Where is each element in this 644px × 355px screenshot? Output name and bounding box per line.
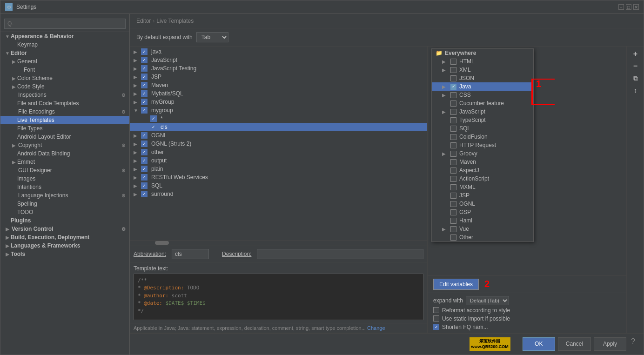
sidebar-item-inspections[interactable]: Inspections ⚙ bbox=[0, 91, 129, 99]
shorten-fq-checkbox[interactable]: ✓ bbox=[433, 324, 439, 330]
dropdown-html[interactable]: ▶ HTML bbox=[432, 57, 533, 66]
static-import-checkbox[interactable] bbox=[433, 315, 439, 322]
checkbox[interactable] bbox=[450, 67, 456, 73]
sidebar-item-keymap[interactable]: Keymap bbox=[0, 40, 129, 49]
sidebar-item-editor[interactable]: ▼ Editor bbox=[0, 49, 129, 57]
checkbox[interactable] bbox=[450, 100, 456, 107]
move-button[interactable]: ↕ bbox=[630, 85, 641, 96]
checkbox[interactable]: ✓ bbox=[141, 166, 148, 172]
sidebar-item-intentions[interactable]: Intentions bbox=[0, 183, 129, 191]
dropdown-vue[interactable]: ▶ Vue bbox=[432, 225, 533, 233]
dropdown-jsp-dd[interactable]: JSP bbox=[432, 191, 533, 200]
sidebar-item-guidesigner[interactable]: GUI Designer ⚙ bbox=[0, 166, 129, 174]
checkbox[interactable]: ✓ bbox=[141, 90, 148, 97]
edit-variables-button[interactable]: Edit variables bbox=[433, 279, 479, 290]
checkbox[interactable]: ✓ bbox=[141, 107, 148, 114]
dropdown-javascript-dd[interactable]: ▶ JavaScript bbox=[432, 107, 533, 116]
checkbox[interactable] bbox=[450, 234, 456, 241]
sidebar-item-buildexecution[interactable]: ▶ Build, Execution, Deployment bbox=[0, 233, 129, 241]
ok-button[interactable]: OK bbox=[523, 337, 555, 351]
close-button[interactable]: ✕ bbox=[633, 4, 639, 10]
cancel-button[interactable]: Cancel bbox=[558, 337, 591, 351]
checkbox[interactable] bbox=[450, 126, 456, 132]
sidebar-item-appearance[interactable]: ▼ Appearance & Behavior bbox=[0, 32, 129, 40]
sidebar-item-tools[interactable]: ▶ Tools bbox=[0, 250, 129, 258]
tree-item-surround[interactable]: ▶ ✓ surround bbox=[130, 190, 427, 198]
checkbox[interactable]: ✓ bbox=[141, 57, 148, 63]
dropdown-ognl-dd[interactable]: OGNL bbox=[432, 200, 533, 208]
dropdown-other-dd[interactable]: Other bbox=[432, 233, 533, 241]
checkbox[interactable] bbox=[450, 59, 456, 65]
checkbox[interactable] bbox=[450, 151, 456, 157]
abbreviation-input[interactable] bbox=[172, 249, 209, 259]
checkbox[interactable] bbox=[450, 117, 456, 123]
tree-item-star[interactable]: ✓ * bbox=[130, 114, 427, 123]
checkbox[interactable]: ✓ bbox=[141, 157, 148, 164]
maximize-button[interactable]: □ bbox=[626, 4, 631, 10]
checkbox[interactable]: ✓ bbox=[141, 174, 148, 181]
checkbox[interactable] bbox=[450, 209, 456, 215]
tree-item-maven[interactable]: ▶ ✓ Maven bbox=[130, 81, 427, 89]
sidebar-item-versioncontrol[interactable]: ▶ Version Control ⚙ bbox=[0, 225, 129, 233]
checkbox[interactable] bbox=[450, 167, 456, 174]
minimize-button[interactable]: − bbox=[618, 4, 624, 10]
sidebar-item-plugins[interactable]: Plugins bbox=[0, 216, 129, 225]
checkbox[interactable] bbox=[450, 193, 456, 199]
tree-item-plain[interactable]: ▶ ✓ plain bbox=[130, 165, 427, 173]
sidebar-item-languages[interactable]: ▶ Languages & Frameworks bbox=[0, 241, 129, 250]
copy-button[interactable]: ⧉ bbox=[630, 73, 641, 84]
tree-item-ognlstruts[interactable]: ▶ ✓ OGNL (Struts 2) bbox=[130, 140, 427, 148]
sidebar-item-general[interactable]: ▶ General bbox=[0, 57, 129, 66]
checkbox[interactable] bbox=[450, 218, 456, 224]
checkbox[interactable]: ✓ bbox=[150, 124, 157, 130]
sidebar-item-androidlayout[interactable]: Android Layout Editor bbox=[0, 133, 129, 141]
checkbox[interactable]: ✓ bbox=[141, 82, 148, 88]
sidebar-item-codestyle[interactable]: ▶ Code Style bbox=[0, 82, 129, 91]
sidebar-item-font[interactable]: Font bbox=[0, 66, 129, 74]
checkbox[interactable]: ✓ bbox=[141, 141, 148, 147]
checkbox[interactable] bbox=[450, 142, 456, 148]
tree-item-ognl[interactable]: ▶ ✓ OGNL bbox=[130, 131, 427, 140]
sidebar-item-todo[interactable]: TODO bbox=[0, 208, 129, 216]
tree-item-mybatissql[interactable]: ▶ ✓ Mybatis/SQL bbox=[130, 89, 427, 98]
dropdown-typescript[interactable]: TypeScript bbox=[432, 116, 533, 124]
help-button[interactable]: ? bbox=[629, 337, 637, 351]
checkbox[interactable]: ✓ bbox=[141, 99, 148, 105]
dropdown-json[interactable]: JSON bbox=[432, 74, 533, 82]
sidebar-item-fileandcodetemplates[interactable]: File and Code Templates bbox=[0, 99, 129, 107]
description-input[interactable] bbox=[257, 249, 423, 259]
dropdown-groovy[interactable]: ▶ Groovy bbox=[432, 149, 533, 158]
sidebar-item-androiddatabinding[interactable]: Android Data Binding bbox=[0, 149, 129, 158]
dropdown-maven-dd[interactable]: Maven bbox=[432, 158, 533, 166]
checkbox[interactable]: ✓ bbox=[450, 84, 456, 90]
checkbox[interactable] bbox=[450, 134, 456, 140]
dropdown-coldfusion[interactable]: ColdFusion bbox=[432, 133, 533, 141]
checkbox[interactable]: ✓ bbox=[141, 74, 148, 80]
dropdown-httprequest[interactable]: HTTP Request bbox=[432, 141, 533, 149]
checkbox[interactable]: ✓ bbox=[141, 191, 148, 197]
dropdown-gsp[interactable]: GSP bbox=[432, 208, 533, 216]
dropdown-css[interactable]: ▶ CSS bbox=[432, 91, 533, 99]
checkbox[interactable] bbox=[450, 184, 456, 190]
remove-button[interactable]: − bbox=[630, 60, 641, 72]
dropdown-mxml[interactable]: MXML bbox=[432, 183, 533, 191]
sidebar-item-emmet[interactable]: ▶ Emmet bbox=[0, 158, 129, 166]
tree-item-other[interactable]: ▶ ✓ other bbox=[130, 148, 427, 156]
tree-item-sql[interactable]: ▶ ✓ SQL bbox=[130, 181, 427, 190]
add-button[interactable]: + bbox=[630, 48, 641, 60]
sidebar-item-languageinjections[interactable]: Language Injections ⚙ bbox=[0, 191, 129, 200]
apply-button[interactable]: Apply bbox=[594, 337, 626, 351]
checkbox[interactable]: ✓ bbox=[141, 65, 148, 72]
dropdown-sql-dd[interactable]: SQL bbox=[432, 124, 533, 133]
checkbox[interactable]: ✓ bbox=[150, 115, 157, 122]
expand-select[interactable]: Tab Enter Space bbox=[196, 32, 228, 42]
checkbox[interactable]: ✓ bbox=[141, 182, 148, 189]
dropdown-haml[interactable]: Haml bbox=[432, 216, 533, 225]
sidebar-item-images[interactable]: Images bbox=[0, 174, 129, 183]
checkbox[interactable] bbox=[450, 176, 456, 182]
dropdown-aspectj[interactable]: AspectJ bbox=[432, 166, 533, 174]
dropdown-everywhere[interactable]: 📁 Everywhere bbox=[432, 49, 533, 57]
expand-with-select[interactable]: Default (Tab) Tab Enter Space bbox=[466, 296, 509, 305]
tree-item-java[interactable]: ▶ ✓ java bbox=[130, 47, 427, 56]
sidebar-item-fileencodings[interactable]: File Encodings ⚙ bbox=[0, 107, 129, 116]
